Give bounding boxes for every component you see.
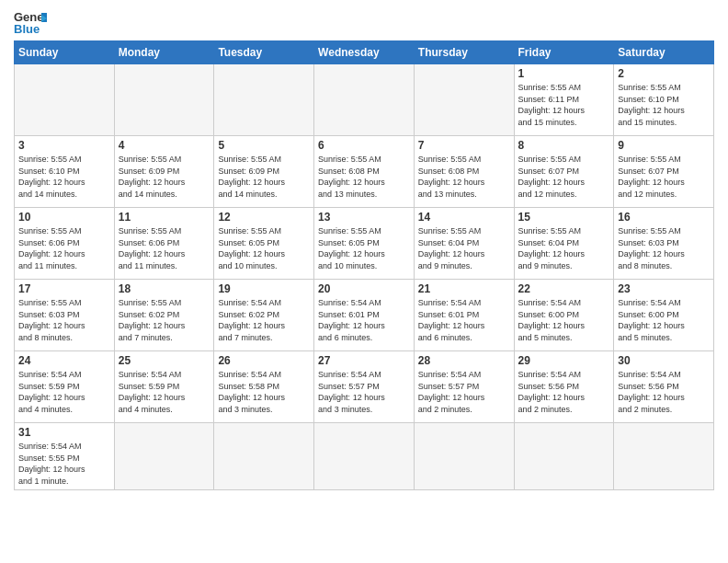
day-number: 8 [518, 139, 610, 152]
day-number: 26 [218, 354, 310, 367]
calendar-day-cell: 4Sunrise: 5:55 AMSunset: 6:09 PMDaylight… [114, 136, 214, 208]
day-info: Sunrise: 5:55 AMSunset: 6:04 PMDaylight:… [518, 225, 610, 271]
day-number: 17 [18, 282, 110, 295]
day-info: Sunrise: 5:54 AMSunset: 5:58 PMDaylight:… [218, 369, 310, 415]
day-info: Sunrise: 5:54 AMSunset: 5:59 PMDaylight:… [119, 369, 210, 415]
calendar-day-cell: 30Sunrise: 5:54 AMSunset: 5:56 PMDayligh… [614, 351, 714, 423]
calendar-day-cell: 28Sunrise: 5:54 AMSunset: 5:57 PMDayligh… [414, 351, 514, 423]
calendar-day-cell: 7Sunrise: 5:55 AMSunset: 6:08 PMDaylight… [414, 136, 514, 208]
calendar-week-row: 1Sunrise: 5:55 AMSunset: 6:11 PMDaylight… [15, 64, 714, 136]
day-info: Sunrise: 5:55 AMSunset: 6:10 PMDaylight:… [18, 154, 110, 200]
day-info: Sunrise: 5:54 AMSunset: 5:55 PMDaylight:… [18, 441, 110, 487]
day-number: 9 [618, 139, 710, 152]
day-info: Sunrise: 5:55 AMSunset: 6:07 PMDaylight:… [618, 154, 710, 200]
day-info: Sunrise: 5:55 AMSunset: 6:05 PMDaylight:… [318, 225, 410, 271]
day-info: Sunrise: 5:54 AMSunset: 5:57 PMDaylight:… [418, 369, 510, 415]
day-number: 13 [318, 211, 410, 224]
calendar-day-cell: 24Sunrise: 5:54 AMSunset: 5:59 PMDayligh… [15, 351, 115, 423]
day-number: 27 [318, 354, 410, 367]
day-info: Sunrise: 5:55 AMSunset: 6:06 PMDaylight:… [119, 225, 210, 271]
general-blue-logo-icon: General Blue [14, 9, 47, 35]
day-of-week-header: Sunday [15, 41, 115, 64]
calendar-page: General Blue SundayMondayTuesdayWednesda… [0, 0, 728, 500]
day-number: 20 [318, 282, 410, 295]
calendar-day-cell: 16Sunrise: 5:55 AMSunset: 6:03 PMDayligh… [614, 208, 714, 280]
calendar-day-cell: 20Sunrise: 5:54 AMSunset: 6:01 PMDayligh… [314, 280, 415, 351]
day-info: Sunrise: 5:55 AMSunset: 6:09 PMDaylight:… [218, 154, 310, 200]
day-number: 1 [518, 67, 610, 80]
day-number: 5 [218, 139, 310, 152]
day-number: 14 [418, 211, 510, 224]
calendar-week-row: 10Sunrise: 5:55 AMSunset: 6:06 PMDayligh… [15, 208, 714, 280]
day-number: 7 [418, 139, 510, 152]
day-number: 19 [218, 282, 310, 295]
calendar-header-row: SundayMondayTuesdayWednesdayThursdayFrid… [15, 41, 714, 64]
calendar-day-cell: 13Sunrise: 5:55 AMSunset: 6:05 PMDayligh… [314, 208, 415, 280]
day-number: 25 [119, 354, 210, 367]
calendar-day-cell [314, 64, 415, 136]
calendar-day-cell [15, 64, 115, 136]
logo: General Blue [14, 9, 47, 35]
day-number: 12 [218, 211, 310, 224]
calendar-day-cell: 21Sunrise: 5:54 AMSunset: 6:01 PMDayligh… [414, 280, 514, 351]
day-info: Sunrise: 5:55 AMSunset: 6:07 PMDaylight:… [518, 154, 610, 200]
day-info: Sunrise: 5:55 AMSunset: 6:08 PMDaylight:… [418, 154, 510, 200]
calendar-day-cell: 17Sunrise: 5:55 AMSunset: 6:03 PMDayligh… [15, 280, 115, 351]
calendar-day-cell: 25Sunrise: 5:54 AMSunset: 5:59 PMDayligh… [114, 351, 214, 423]
day-number: 2 [618, 67, 710, 80]
calendar-day-cell [314, 423, 415, 490]
day-info: Sunrise: 5:54 AMSunset: 6:00 PMDaylight:… [518, 297, 610, 343]
day-info: Sunrise: 5:54 AMSunset: 6:00 PMDaylight:… [618, 297, 710, 343]
calendar-day-cell [614, 423, 714, 490]
calendar-day-cell: 23Sunrise: 5:54 AMSunset: 6:00 PMDayligh… [614, 280, 714, 351]
day-info: Sunrise: 5:54 AMSunset: 5:57 PMDaylight:… [318, 369, 410, 415]
day-of-week-header: Monday [114, 41, 214, 64]
calendar-table: SundayMondayTuesdayWednesdayThursdayFrid… [14, 40, 714, 490]
calendar-day-cell: 1Sunrise: 5:55 AMSunset: 6:11 PMDaylight… [514, 64, 614, 136]
calendar-day-cell: 18Sunrise: 5:55 AMSunset: 6:02 PMDayligh… [114, 280, 214, 351]
day-info: Sunrise: 5:55 AMSunset: 6:11 PMDaylight:… [518, 82, 610, 128]
day-info: Sunrise: 5:55 AMSunset: 6:05 PMDaylight:… [218, 225, 310, 271]
calendar-week-row: 17Sunrise: 5:55 AMSunset: 6:03 PMDayligh… [15, 280, 714, 351]
header: General Blue [14, 9, 714, 35]
day-info: Sunrise: 5:54 AMSunset: 5:56 PMDaylight:… [518, 369, 610, 415]
calendar-day-cell [214, 423, 314, 490]
day-number: 28 [418, 354, 510, 367]
day-info: Sunrise: 5:55 AMSunset: 6:04 PMDaylight:… [418, 225, 510, 271]
calendar-day-cell: 27Sunrise: 5:54 AMSunset: 5:57 PMDayligh… [314, 351, 415, 423]
calendar-day-cell: 10Sunrise: 5:55 AMSunset: 6:06 PMDayligh… [15, 208, 115, 280]
day-number: 23 [618, 282, 710, 295]
day-number: 11 [119, 211, 210, 224]
day-info: Sunrise: 5:55 AMSunset: 6:09 PMDaylight:… [119, 154, 210, 200]
day-info: Sunrise: 5:55 AMSunset: 6:02 PMDaylight:… [119, 297, 210, 343]
calendar-day-cell: 9Sunrise: 5:55 AMSunset: 6:07 PMDaylight… [614, 136, 714, 208]
calendar-day-cell: 11Sunrise: 5:55 AMSunset: 6:06 PMDayligh… [114, 208, 214, 280]
day-of-week-header: Tuesday [214, 41, 314, 64]
day-number: 31 [18, 426, 110, 439]
day-info: Sunrise: 5:54 AMSunset: 6:01 PMDaylight:… [318, 297, 410, 343]
calendar-day-cell: 12Sunrise: 5:55 AMSunset: 6:05 PMDayligh… [214, 208, 314, 280]
day-of-week-header: Wednesday [314, 41, 415, 64]
day-info: Sunrise: 5:55 AMSunset: 6:08 PMDaylight:… [318, 154, 410, 200]
day-number: 24 [18, 354, 110, 367]
calendar-week-row: 3Sunrise: 5:55 AMSunset: 6:10 PMDaylight… [15, 136, 714, 208]
day-info: Sunrise: 5:55 AMSunset: 6:03 PMDaylight:… [18, 297, 110, 343]
day-number: 15 [518, 211, 610, 224]
calendar-day-cell: 31Sunrise: 5:54 AMSunset: 5:55 PMDayligh… [15, 423, 115, 490]
calendar-day-cell: 29Sunrise: 5:54 AMSunset: 5:56 PMDayligh… [514, 351, 614, 423]
calendar-day-cell: 5Sunrise: 5:55 AMSunset: 6:09 PMDaylight… [214, 136, 314, 208]
day-number: 10 [18, 211, 110, 224]
day-number: 6 [318, 139, 410, 152]
day-number: 16 [618, 211, 710, 224]
day-info: Sunrise: 5:55 AMSunset: 6:10 PMDaylight:… [618, 82, 710, 128]
calendar-day-cell: 22Sunrise: 5:54 AMSunset: 6:00 PMDayligh… [514, 280, 614, 351]
day-number: 29 [518, 354, 610, 367]
day-number: 22 [518, 282, 610, 295]
day-of-week-header: Friday [514, 41, 614, 64]
day-info: Sunrise: 5:54 AMSunset: 6:01 PMDaylight:… [418, 297, 510, 343]
day-info: Sunrise: 5:55 AMSunset: 6:03 PMDaylight:… [618, 225, 710, 271]
svg-text:Blue: Blue [14, 22, 40, 35]
calendar-day-cell: 8Sunrise: 5:55 AMSunset: 6:07 PMDaylight… [514, 136, 614, 208]
calendar-day-cell [214, 64, 314, 136]
calendar-day-cell [114, 423, 214, 490]
